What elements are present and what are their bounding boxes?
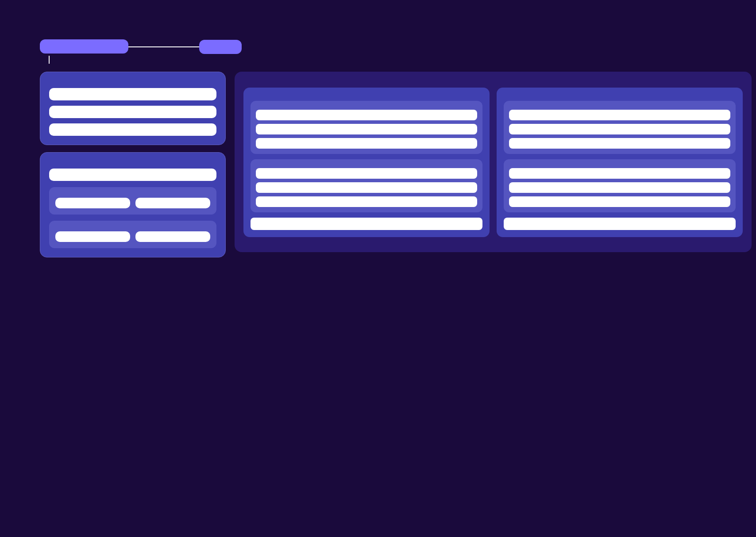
node4-svc1-streaming [509, 138, 730, 149]
node3-box [243, 88, 490, 237]
node2-service-postgresqlp [135, 198, 210, 208]
node3-svc2-web [256, 168, 477, 179]
cloudflare-r2-box [199, 40, 242, 54]
node1-box [40, 72, 226, 145]
node2-service-web [55, 198, 130, 208]
node3-svc1-web [256, 110, 477, 120]
node4-svc2-web [509, 168, 730, 179]
node1-service-postgresql [49, 106, 216, 118]
node4-box [497, 88, 743, 237]
node3-postgresql [251, 218, 482, 230]
node3-docker1 [251, 101, 482, 154]
node4-docker1 [504, 101, 736, 154]
node1-service-redis [49, 123, 216, 136]
node3-svc2-sidekiq [256, 182, 477, 193]
node4-svc2-streaming [509, 196, 730, 207]
node3-docker2 [251, 159, 482, 212]
node4-svc1-sidekiq [509, 124, 730, 134]
node4-svc1-web [509, 110, 730, 120]
node2-service-nginx [49, 169, 216, 181]
wireguard-section [235, 72, 752, 252]
node4-docker2 [504, 159, 736, 212]
node2-docker2-inner [49, 221, 216, 248]
node3-svc1-sidekiq [256, 124, 477, 134]
node3-svc1-streaming [256, 138, 477, 149]
node4-postgresql [504, 218, 736, 230]
node4-svc2-sidekiq [509, 182, 730, 193]
node2-docker1-inner [49, 187, 216, 215]
node2-service-prometheus [55, 231, 130, 242]
node2-box [40, 152, 226, 257]
node2-service-grafana [135, 231, 210, 242]
node3-svc2-streaming [256, 196, 477, 207]
node1-service-nginx [49, 88, 216, 100]
cloudflare-box [40, 39, 128, 54]
